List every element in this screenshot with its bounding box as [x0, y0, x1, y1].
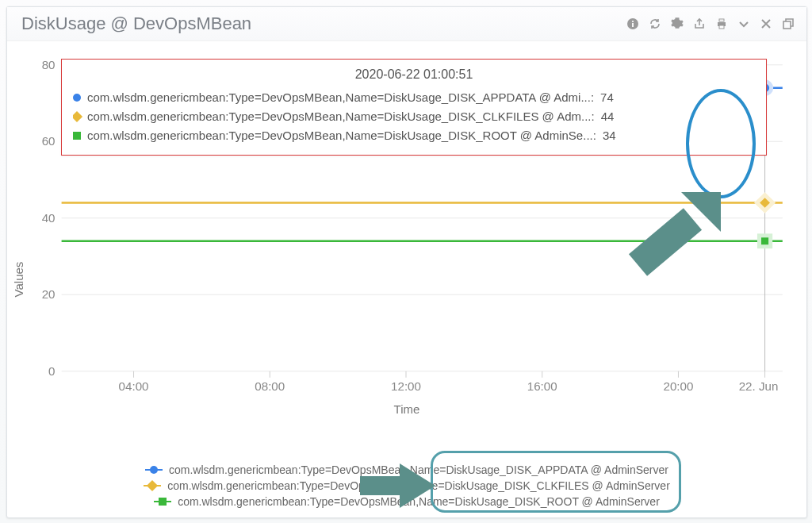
- legend-label: com.wlsdm.genericmbean:Type=DevOpsMBean,…: [178, 495, 660, 508]
- hover-marker-root: [760, 236, 771, 247]
- tooltip-label: com.wlsdm.genericmbean:Type=DevOpsMBean,…: [87, 126, 596, 145]
- legend-item[interactable]: com.wlsdm.genericmbean:Type=DevOpsMBean,…: [145, 463, 668, 476]
- gear-icon[interactable]: [670, 17, 684, 31]
- export-icon[interactable]: [692, 17, 707, 31]
- panel-header: DiskUsage @ DevOpsMBean: [7, 7, 806, 41]
- legend-item[interactable]: com.wlsdm.genericmbean:Type=DevOpsMBean,…: [154, 495, 660, 508]
- tooltip-title: 2020-06-22 01:00:51: [73, 67, 755, 82]
- x-tick: 20:00: [664, 379, 694, 393]
- chart-area[interactable]: 0 20 40 60 80 04:00 08:00: [7, 41, 806, 517]
- legend-item[interactable]: com.wlsdm.genericmbean:Type=DevOpsMBean,…: [144, 479, 670, 492]
- close-icon[interactable]: [759, 17, 773, 31]
- y-tick: 80: [42, 58, 56, 71]
- hover-marker-clkfiles: [757, 195, 773, 211]
- tooltip-value: 74: [600, 88, 614, 107]
- svg-point-1: [632, 21, 634, 22]
- panel-title: DiskUsage @ DevOpsMBean: [21, 13, 626, 34]
- y-tick: 0: [48, 364, 55, 378]
- tooltip-row: com.wlsdm.genericmbean:Type=DevOpsMBean,…: [73, 107, 755, 126]
- x-tick: 04:00: [119, 379, 149, 393]
- tooltip-value: 34: [603, 126, 616, 145]
- y-axis-label: Values: [12, 262, 25, 298]
- diamond-icon: [144, 481, 161, 490]
- print-icon[interactable]: [714, 17, 729, 31]
- refresh-icon[interactable]: [648, 17, 662, 31]
- maximize-icon[interactable]: [781, 17, 795, 31]
- tooltip-row: com.wlsdm.genericmbean:Type=DevOpsMBean,…: [73, 126, 755, 145]
- tooltip-row: com.wlsdm.genericmbean:Type=DevOpsMBean,…: [73, 88, 755, 107]
- x-tick: 16:00: [527, 379, 557, 393]
- svg-rect-5: [719, 25, 724, 29]
- legend-label: com.wlsdm.genericmbean:Type=DevOpsMBean,…: [167, 479, 670, 492]
- x-tick: 12:00: [391, 379, 421, 393]
- chevron-down-icon[interactable]: [737, 17, 751, 31]
- chart-tooltip: 2020-06-22 01:00:51 com.wlsdm.genericmbe…: [61, 59, 767, 156]
- y-tick: 20: [42, 287, 56, 301]
- y-tick: 40: [42, 211, 56, 225]
- y-tick: 60: [42, 134, 56, 148]
- tooltip-value: 44: [601, 107, 615, 126]
- svg-rect-2: [632, 23, 634, 27]
- tooltip-label: com.wlsdm.genericmbean:Type=DevOpsMBean,…: [87, 88, 594, 107]
- chart-legend: com.wlsdm.genericmbean:Type=DevOpsMBean,…: [7, 463, 806, 508]
- chart-panel: DiskUsage @ DevOpsMBean: [6, 6, 807, 518]
- tooltip-label: com.wlsdm.genericmbean:Type=DevOpsMBean,…: [87, 107, 595, 126]
- info-icon[interactable]: [626, 17, 640, 31]
- circle-icon: [145, 465, 163, 475]
- legend-label: com.wlsdm.genericmbean:Type=DevOpsMBean,…: [169, 463, 668, 476]
- square-icon: [73, 132, 81, 140]
- svg-rect-4: [719, 19, 724, 21]
- diamond-icon: [73, 111, 82, 122]
- square-icon: [154, 497, 171, 506]
- svg-rect-6: [783, 21, 791, 29]
- panel-toolbar: [626, 17, 795, 31]
- circle-icon: [73, 94, 81, 102]
- x-tick: 08:00: [255, 379, 285, 393]
- x-tick: 22. Jun: [739, 379, 779, 393]
- x-axis-label: Time: [394, 402, 420, 416]
